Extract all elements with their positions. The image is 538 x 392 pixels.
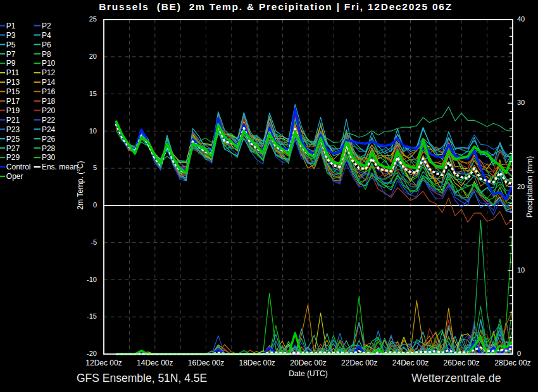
svg-text:15: 15 [89,90,97,97]
svg-text:20Dec 00z: 20Dec 00z [290,358,326,367]
svg-text:22Dec 00z: 22Dec 00z [341,358,377,367]
svg-text:P6: P6 [42,40,51,49]
svg-text:P15: P15 [6,87,20,96]
svg-text:P26: P26 [42,135,56,144]
svg-text:P2: P2 [42,21,51,30]
svg-text:P19: P19 [6,106,20,115]
svg-text:20: 20 [89,52,97,60]
svg-text:25: 25 [89,15,97,23]
svg-text:Oper: Oper [6,172,23,181]
svg-text:P22: P22 [42,116,56,125]
svg-text:P9: P9 [6,59,16,68]
svg-text:24Dec 00z: 24Dec 00z [392,358,429,367]
svg-text:28Dec 00z: 28Dec 00z [494,358,530,367]
svg-text:P21: P21 [6,116,20,125]
svg-text:P10: P10 [42,59,56,68]
svg-text:P1: P1 [6,21,16,30]
svg-text:P18: P18 [42,97,56,106]
svg-text:P3: P3 [6,31,16,40]
svg-text:14Dec 00z: 14Dec 00z [137,358,173,367]
svg-text:P25: P25 [6,135,20,144]
svg-text:30: 30 [517,99,525,106]
svg-text:40: 40 [517,15,525,23]
svg-text:P29: P29 [6,153,20,162]
svg-text:GFS Ensemble, 51N, 4.5E: GFS Ensemble, 51N, 4.5E [77,372,207,384]
svg-text:P8: P8 [42,50,51,59]
svg-text:P4: P4 [42,31,51,40]
svg-text:Control: Control [6,162,31,171]
svg-text:P28: P28 [42,144,56,153]
svg-text:P12: P12 [42,68,56,77]
svg-text:P13: P13 [6,78,20,87]
svg-text:10: 10 [517,266,525,274]
svg-text:-5: -5 [91,238,97,246]
svg-text:Ens. mean: Ens. mean [42,162,78,171]
svg-text:12Dec 00z: 12Dec 00z [85,358,122,367]
svg-text:5: 5 [93,164,97,171]
svg-text:P23: P23 [6,125,20,134]
svg-text:20: 20 [517,183,525,190]
svg-text:Precipitation (mm): Precipitation (mm) [525,156,534,217]
svg-text:26Dec 00z: 26Dec 00z [444,358,480,367]
svg-text:P16: P16 [42,87,56,96]
svg-text:Brussels (BE) 2m Temp. & Pre: Brussels (BE) 2m Temp. & Precipitation |… [99,1,453,12]
svg-text:-20: -20 [87,350,97,357]
svg-text:P5: P5 [6,40,16,49]
svg-text:P7: P7 [6,50,16,59]
svg-text:Wetterzentrale.de: Wetterzentrale.de [411,372,501,384]
svg-text:18Dec 00z: 18Dec 00z [239,358,275,367]
svg-text:16Dec 00z: 16Dec 00z [188,358,224,367]
svg-text:P30: P30 [42,153,56,162]
svg-text:P14: P14 [42,78,56,87]
svg-text:P20: P20 [42,106,56,115]
svg-text:P24: P24 [42,125,56,134]
svg-text:0: 0 [93,201,97,209]
svg-text:Date (UTC): Date (UTC) [289,369,327,378]
svg-text:P17: P17 [6,97,20,106]
svg-text:P11: P11 [6,68,20,77]
svg-text:10: 10 [89,127,97,135]
svg-text:-10: -10 [87,276,97,283]
svg-text:-15: -15 [87,312,97,320]
svg-text:0: 0 [517,350,521,357]
svg-text:P27: P27 [6,144,20,153]
